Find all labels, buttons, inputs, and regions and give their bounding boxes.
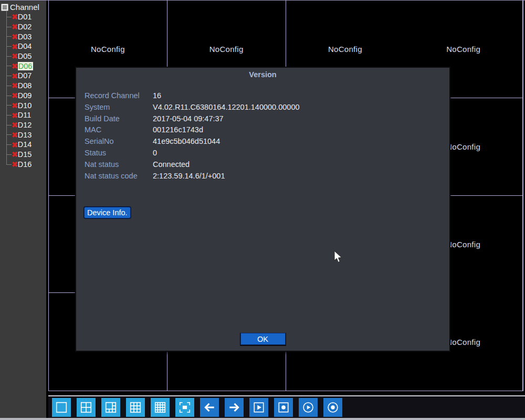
channel-item[interactable]: ✖ D13 (0, 130, 46, 140)
sixteen-view-icon (154, 401, 166, 414)
channel-item-label: D14 (18, 141, 32, 149)
channel-item[interactable]: ✖ D08 (0, 81, 46, 91)
version-field-row: Status 0 (85, 148, 439, 159)
version-field-row: System V4.02.R11.C6380164.12201.140000.0… (85, 102, 439, 113)
playback-button[interactable] (299, 398, 318, 417)
sixteen-view-button[interactable] (151, 398, 170, 417)
field-label: Nat status (85, 159, 153, 171)
x-icon: ✖ (12, 23, 18, 30)
x-icon: ✖ (12, 112, 18, 119)
channel-item-label: D03 (18, 33, 32, 41)
six-view-icon (104, 401, 117, 414)
dialog-title: Version (76, 70, 449, 79)
record-circle-icon (327, 401, 339, 414)
x-icon: ✖ (12, 52, 18, 60)
field-value: 001216c1743d (153, 124, 439, 136)
channel-item-label: D02 (18, 23, 32, 31)
channel-item[interactable]: ✖ D07 (0, 71, 46, 81)
field-label: Nat status code (85, 171, 153, 182)
play-all-button[interactable] (249, 398, 268, 417)
channel-item-label: D13 (18, 131, 32, 139)
arrow-left-icon (203, 401, 216, 414)
six-view-button[interactable] (101, 398, 120, 417)
channel-item[interactable]: ✖ D05 (0, 51, 46, 61)
channel-item-label: D12 (18, 121, 32, 129)
field-value: 0 (153, 148, 439, 159)
x-icon: ✖ (12, 62, 18, 70)
video-cell-label: NoConfig (446, 142, 480, 151)
channel-item[interactable]: ✖ D01 (0, 12, 46, 22)
play-square-icon (253, 401, 265, 414)
record-square-icon (277, 401, 290, 414)
channel-item-label: D10 (18, 102, 32, 110)
play-circle-icon (302, 401, 314, 414)
channel-item-label: D16 (18, 161, 32, 169)
field-label: MAC (85, 124, 153, 136)
video-cell-label: NoConfig (446, 240, 480, 249)
arrow-right-icon (228, 401, 240, 414)
channel-tree-title: Channel (10, 3, 39, 12)
field-value: V4.02.R11.C6380164.12201.140000.00000 (153, 102, 439, 113)
x-icon: ✖ (12, 92, 18, 99)
field-value: Connected (153, 159, 439, 171)
x-icon: ✖ (12, 131, 18, 139)
pip-view-button[interactable] (175, 398, 194, 417)
x-icon: ✖ (12, 72, 18, 80)
record-all-button[interactable] (274, 398, 293, 417)
ok-button[interactable]: OK (240, 333, 286, 345)
channel-tree-header[interactable]: Channel (0, 1, 46, 12)
bottom-toolbar (48, 395, 525, 418)
channel-item-label: D06 (18, 62, 34, 71)
channel-item[interactable]: ✖ D03 (0, 32, 46, 41)
pip-view-icon (178, 401, 191, 414)
channel-item[interactable]: ✖ D11 (0, 110, 46, 120)
single-view-icon (55, 401, 68, 414)
x-icon: ✖ (12, 82, 18, 89)
x-icon: ✖ (12, 102, 18, 109)
single-view-button[interactable] (52, 398, 71, 417)
field-label: SerialNo (85, 136, 153, 148)
field-label: Status (85, 148, 153, 159)
channel-item[interactable]: ✖ D15 (0, 150, 46, 160)
channel-item[interactable]: ✖ D09 (0, 91, 46, 101)
record-button[interactable] (323, 398, 342, 417)
x-icon: ✖ (12, 33, 18, 40)
channel-sidebar: Channel ✖ D01 ✖ D02 ✖ D03 ✖ D04 ✖ D05 (0, 1, 46, 418)
field-value: 41e9c5b046d51044 (153, 136, 439, 148)
version-fields: Record Channel 16 System V4.02.R11.C6380… (85, 90, 439, 182)
channel-item[interactable]: ✖ D14 (0, 140, 46, 150)
field-value: 16 (153, 90, 439, 102)
channel-item[interactable]: ✖ D06 (0, 61, 46, 71)
next-channel-button[interactable] (225, 398, 244, 417)
channel-item[interactable]: ✖ D12 (0, 120, 46, 130)
channel-item[interactable]: ✖ D02 (0, 22, 46, 32)
video-cell-label: NoConfig (91, 45, 125, 54)
x-icon: ✖ (12, 43, 18, 50)
version-dialog: Version Record Channel 16 System V4.02.R… (75, 67, 450, 352)
quad-view-button[interactable] (77, 398, 96, 417)
channel-item-label: D09 (18, 92, 32, 100)
version-field-row: Nat status Connected (85, 159, 439, 171)
dvr-client-window: NoConfig NoConfig NoConfig NoConfig NoCo… (0, 0, 525, 420)
quad-view-icon (80, 401, 92, 414)
field-label: Record Channel (85, 90, 153, 102)
previous-channel-button[interactable] (200, 398, 219, 417)
channel-list: ✖ D01 ✖ D02 ✖ D03 ✖ D04 ✖ D05 ✖ D06 (0, 12, 46, 170)
x-icon: ✖ (12, 13, 18, 20)
field-value: 2:123.59.14.6/1/+001 (153, 171, 439, 182)
field-label: Build Date (85, 113, 153, 125)
x-icon: ✖ (12, 141, 18, 149)
channel-item-label: D11 (18, 111, 32, 119)
nine-view-button[interactable] (126, 398, 145, 417)
video-cell-label: NoConfig (328, 45, 362, 54)
channel-item[interactable]: ✖ D10 (0, 100, 46, 110)
channel-item-label: D05 (18, 52, 32, 60)
mouse-cursor (334, 250, 343, 264)
window-bottom-edge (0, 418, 525, 420)
channel-list-icon (1, 4, 8, 11)
version-field-row: SerialNo 41e9c5b046d51044 (85, 136, 439, 148)
channel-item[interactable]: ✖ D16 (0, 160, 46, 170)
video-cell-label: NoConfig (209, 45, 244, 54)
device-info-button[interactable]: Device Info. (84, 207, 131, 218)
channel-item[interactable]: ✖ D04 (0, 41, 46, 51)
